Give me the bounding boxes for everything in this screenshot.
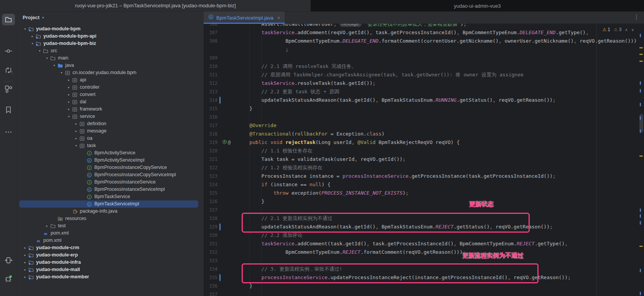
chevron-right-icon[interactable]: ▸	[66, 106, 72, 113]
chevron-down-icon[interactable]: ▾	[51, 62, 57, 69]
change-stripe-mark[interactable]	[640, 269, 641, 272]
tree-item-pom-xml[interactable]: mpom.xml	[17, 237, 204, 244]
change-stripe-mark[interactable]	[640, 34, 641, 37]
chevron-right-icon[interactable]: ▸	[30, 33, 35, 40]
change-stripe-mark[interactable]	[640, 89, 641, 93]
change-stripe-mark[interactable]	[640, 292, 641, 295]
change-stripe-mark[interactable]	[640, 214, 641, 218]
tree-item-message[interactable]: ▸message	[17, 127, 204, 135]
tree-item-resources[interactable]: resources	[17, 215, 204, 222]
tree-item-package-info-java[interactable]: package-info.java	[17, 208, 204, 215]
services-tool-button[interactable]	[2, 273, 15, 284]
tree-item-bpmactivityserviceimpl[interactable]: CBpmActivityServiceImpl	[17, 157, 204, 164]
overrides-method-icon[interactable]	[222, 138, 227, 147]
chevron-right-icon[interactable]: ▸	[73, 120, 79, 127]
tree-item-yudao-module-bpm[interactable]: ▾yudao-module-bpm	[17, 25, 204, 33]
close-icon[interactable]: ×	[277, 15, 280, 21]
chevron-right-icon[interactable]: ▸	[22, 259, 28, 266]
code-text: BpmCommentTypeEnum.DELEGATE_END.formatCo…	[237, 37, 637, 45]
change-stripe-mark[interactable]	[640, 221, 641, 225]
annotation-gutter-icon[interactable]: @	[228, 138, 231, 147]
tree-item-yudao-module-erp[interactable]: ▸yudao-module-erp	[17, 251, 204, 259]
tree-item-bpmtaskservice[interactable]: IBpmTaskService	[17, 193, 204, 200]
chevron-right-icon[interactable]: ▸	[73, 127, 79, 135]
next-problem-icon[interactable]: ∨	[631, 28, 634, 32]
tree-item-label: test	[58, 222, 66, 230]
inspections-widget[interactable]: ⚠1 ⚠3 ∧ ∨	[602, 27, 634, 32]
tree-item-yudao-module-infra[interactable]: ▸yudao-module-infra	[17, 259, 204, 266]
tree-item-pom-xml[interactable]: mpom.xml	[17, 230, 204, 237]
tree-item-bpmprocessinstancecopyservice[interactable]: IBpmProcessInstanceCopyService	[17, 164, 204, 171]
tree-item-yudao-module-bpm-biz[interactable]: ▾yudao-module-bpm-biz	[17, 40, 204, 47]
chevron-right-icon[interactable]: ▸	[44, 222, 50, 230]
warning-stripe-mark[interactable]	[639, 47, 643, 48]
editor-scrollbar[interactable]	[638, 24, 644, 296]
tree-item-main[interactable]: ▾main	[17, 55, 204, 62]
tree-item-bpmprocessinstancecopyserviceimpl[interactable]: CBpmProcessInstanceCopyServiceImpl	[17, 171, 204, 179]
tree-item-java[interactable]: ▾java	[17, 62, 204, 69]
prev-problem-icon[interactable]: ∧	[625, 28, 628, 32]
tree-item-bpmtaskserviceimpl[interactable]: CBpmTaskServiceImpl	[19, 200, 198, 208]
vcs-change-marker[interactable]	[219, 97, 221, 104]
project-folder-tool-button[interactable]	[2, 14, 15, 25]
tree-item-label: yudao-module-member	[36, 273, 89, 281]
tree-item-test[interactable]: ▸test	[17, 222, 204, 230]
gutter: 311	[204, 71, 237, 79]
tree-item-convert[interactable]: ▸convert	[17, 91, 204, 98]
tree-item-bpmprocessinstanceserviceimpl[interactable]: CBpmProcessInstanceServiceImpl	[17, 186, 204, 193]
warning-stripe-mark[interactable]	[639, 155, 643, 157]
chevron-right-icon[interactable]: ▸	[66, 98, 72, 106]
chevron-down-icon[interactable]: ▾	[73, 142, 79, 149]
tree-item-src[interactable]: ▾src	[17, 47, 204, 55]
vcs-change-marker[interactable]	[219, 223, 221, 230]
change-stripe-mark[interactable]	[640, 103, 641, 106]
tree-item-dal[interactable]: ▸dal	[17, 98, 204, 106]
tree-item-framework[interactable]: ▸framework	[17, 106, 204, 113]
tree-item-task[interactable]: ▾task	[17, 142, 204, 149]
tree-item-yudao-module-mall[interactable]: ▸yudao-module-mall	[17, 266, 204, 273]
more-tool-windows-tool-button[interactable]	[2, 126, 15, 138]
change-stripe-mark[interactable]	[640, 81, 641, 85]
tree-item-oa[interactable]: ▸oa	[17, 135, 204, 142]
chevron-down-icon[interactable]: ▾	[30, 40, 35, 47]
chevron-right-icon[interactable]: ▸	[22, 273, 28, 281]
bookmarks-tool-button[interactable]	[2, 104, 15, 116]
tree-item-cn-iocoder-yudao-module-bpm[interactable]: ▾cn.iocoder.yudao.module.bpm	[17, 69, 204, 76]
chevron-down-icon[interactable]: ▾	[22, 25, 28, 33]
chevron-right-icon[interactable]: ▸	[22, 251, 28, 259]
commit-tool-button[interactable]	[2, 45, 15, 57]
chevron-right-icon[interactable]: ▸	[66, 91, 72, 98]
vcs-change-marker[interactable]	[219, 274, 221, 281]
tree-item-yudao-module-member[interactable]: ▸yudao-module-member	[17, 273, 204, 281]
chevron-right-icon[interactable]: ▸	[22, 244, 28, 251]
chevron-down-icon[interactable]: ▾	[66, 113, 72, 120]
change-stripe-mark[interactable]	[640, 116, 641, 120]
chevron-down-icon[interactable]: ▾	[59, 69, 64, 76]
code-editor[interactable]: 306 Assert.notNull(ownerUser, message: "…	[204, 24, 644, 296]
chevron-down-icon[interactable]: ▾	[44, 55, 50, 62]
warning-stripe-mark[interactable]	[639, 246, 643, 247]
pull-requests-tool-button[interactable]: ?	[2, 64, 15, 76]
chevron-right-icon[interactable]: ▸	[73, 135, 79, 142]
tab-options-kebab-icon[interactable]: ⋮	[634, 13, 639, 20]
structure-tool-button[interactable]	[2, 83, 15, 95]
tree-item-bpmactivityservice[interactable]: IBpmActivityService	[17, 149, 204, 157]
chevron-right-icon[interactable]: ▸	[66, 84, 72, 91]
tree-item-definition[interactable]: ▸definition	[17, 120, 204, 127]
change-stripe-mark[interactable]	[640, 208, 641, 212]
terminal-tool-button[interactable]	[2, 255, 15, 266]
tree-item-yudao-module-bpm-api[interactable]: ▸yudao-module-bpm-api	[17, 33, 204, 40]
project-panel-header[interactable]: Project ▾	[17, 12, 204, 24]
tree-item-bpmprocessinstanceservice[interactable]: IBpmProcessInstanceService	[17, 179, 204, 186]
editor-tab[interactable]: C BpmTaskServiceImpl.java ×	[204, 12, 285, 24]
tree-item-controller[interactable]: ▸controller	[17, 84, 204, 91]
tree-item-yudao-module-crm[interactable]: ▸yudao-module-crm	[17, 244, 204, 251]
chevron-down-icon[interactable]: ▾	[37, 47, 43, 55]
warning-stripe-mark[interactable]	[639, 61, 643, 62]
warning-stripe-mark[interactable]	[639, 54, 643, 55]
chevron-right-icon[interactable]: ▸	[22, 266, 28, 273]
tree-item-service[interactable]: ▾service	[17, 113, 204, 120]
change-stripe-mark[interactable]	[640, 129, 641, 133]
chevron-right-icon[interactable]: ▸	[66, 76, 72, 84]
tree-item-api[interactable]: ▸api	[17, 76, 204, 84]
